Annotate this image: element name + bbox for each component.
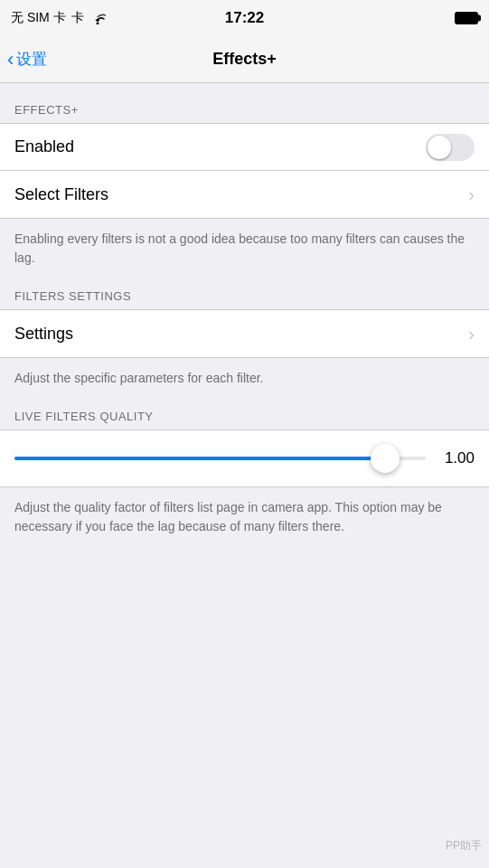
select-filters-row[interactable]: Select Filters ›	[0, 171, 489, 218]
slider-knob[interactable]	[371, 444, 400, 473]
wifi-icon	[89, 12, 106, 24]
toggle-knob	[428, 136, 451, 159]
back-chevron-icon: ‹	[7, 50, 14, 70]
back-label: 设置	[16, 49, 47, 70]
effects-plus-footer-text: Enabling every filters is not a good ide…	[14, 231, 465, 265]
filters-settings-header-text: FILTERS SETTINGS	[14, 289, 131, 303]
select-filters-right: ›	[468, 184, 475, 205]
svg-point-0	[96, 23, 99, 25]
effects-plus-header-text: EFFECTS+	[14, 103, 79, 117]
enabled-toggle[interactable]	[426, 134, 475, 161]
slider-wrapper[interactable]	[14, 443, 426, 474]
live-filters-header: LIVE FILTERS QUALITY	[0, 401, 489, 429]
back-button[interactable]: ‹ 设置	[7, 49, 47, 70]
page-title: Effects+	[212, 50, 277, 69]
effects-plus-footer: Enabling every filters is not a good ide…	[0, 219, 489, 280]
filters-settings-footer: Adjust the specific parameters for each …	[0, 358, 489, 401]
live-filters-footer: Adjust the quality factor of filters lis…	[0, 487, 489, 549]
enabled-row: Enabled	[0, 124, 489, 171]
filters-settings-group: Settings ›	[0, 309, 489, 358]
filters-settings-footer-text: Adjust the specific parameters for each …	[14, 371, 263, 385]
status-bar: 无 SIM 卡 卡 17:22	[0, 0, 489, 36]
bottom-spacer	[0, 549, 489, 560]
status-bar-time: 17:22	[225, 9, 264, 27]
enabled-toggle-wrapper	[426, 134, 475, 161]
slider-value: 1.00	[437, 449, 475, 467]
effects-plus-header: EFFECTS+	[0, 94, 489, 123]
watermark: PP助手	[446, 838, 482, 854]
slider-track	[14, 457, 426, 460]
status-bar-left: 无 SIM 卡 卡	[11, 10, 106, 26]
live-filters-footer-text: Adjust the quality factor of filters lis…	[14, 500, 442, 533]
battery-icon	[455, 12, 478, 24]
sim-icon: 卡	[71, 10, 84, 26]
settings-row[interactable]: Settings ›	[0, 310, 489, 357]
settings-right: ›	[468, 324, 475, 344]
carrier-text: 无 SIM 卡	[11, 10, 66, 26]
settings-label: Settings	[14, 325, 73, 344]
slider-fill	[14, 457, 385, 460]
select-filters-chevron-icon: ›	[468, 184, 475, 205]
select-filters-label: Select Filters	[14, 185, 108, 204]
live-filters-header-text: LIVE FILTERS QUALITY	[14, 410, 154, 423]
content: EFFECTS+ Enabled Select Filters › Enabli…	[0, 83, 489, 560]
enabled-label: Enabled	[14, 137, 74, 156]
nav-bar: ‹ 设置 Effects+	[0, 36, 489, 83]
settings-chevron-icon: ›	[468, 324, 475, 344]
status-bar-right	[455, 12, 478, 24]
filters-settings-header: FILTERS SETTINGS	[0, 280, 489, 309]
effects-plus-group: Enabled Select Filters ›	[0, 123, 489, 219]
slider-container: 1.00	[0, 429, 489, 487]
